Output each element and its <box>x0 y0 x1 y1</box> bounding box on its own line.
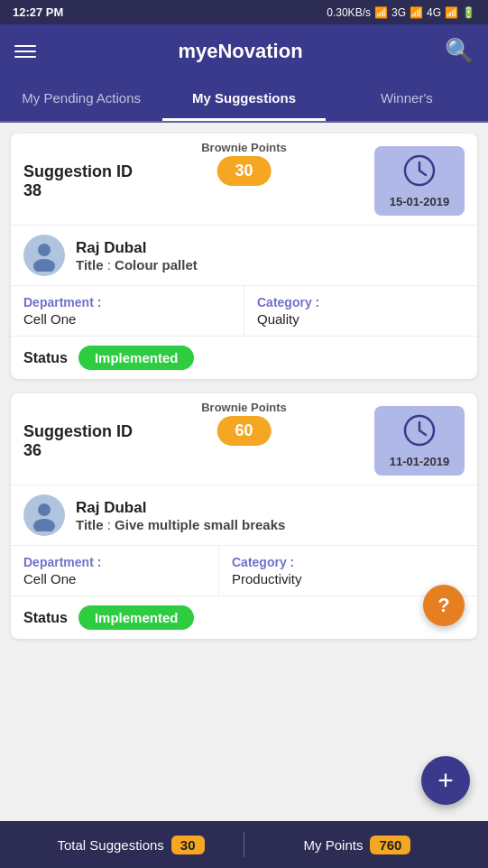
card-2-status-label: Status <box>23 610 68 626</box>
card-1-status-badge: Implemented <box>78 346 195 370</box>
card-1-status-label: Status <box>23 350 68 366</box>
card-2-id-num: 36 <box>23 441 133 460</box>
card-2-dept-cat: Department : Cell One Category : Product… <box>11 545 477 596</box>
add-suggestion-button[interactable]: + <box>421 756 470 805</box>
card-1-dept: Department : Cell One <box>11 286 244 336</box>
card-1-cat-value: Quality <box>257 311 465 327</box>
header: myeNovation 🔍 <box>0 24 488 78</box>
card-1-id-num: 38 <box>23 181 133 200</box>
total-suggestions-count: 30 <box>171 836 205 854</box>
signal-icon: 📶 <box>374 6 388 19</box>
card-2-clock-icon <box>402 413 437 455</box>
card-2-brownie-label: Brownie Points <box>201 401 287 414</box>
card-2-id-label: Suggestion ID <box>23 422 133 441</box>
card-1-username: Raj Dubal <box>76 239 198 257</box>
card-2-header: Suggestion ID 36 Brownie Points 60 11-01… <box>11 393 477 485</box>
svg-point-3 <box>38 244 51 256</box>
card-1-user-title: Title : Colour pallet <box>76 257 198 272</box>
carrier-4g: 4G <box>427 6 441 19</box>
tab-bar: My Pending Actions My Suggestions Winner… <box>0 78 488 123</box>
network-speed: 0.30KB/s <box>327 6 371 19</box>
card-1-id-block: Suggestion ID 38 <box>23 162 133 200</box>
svg-point-8 <box>38 503 51 516</box>
card-1-user-info: Raj Dubal Title : Colour pallet <box>76 239 198 272</box>
svg-point-4 <box>33 259 55 272</box>
card-2-username: Raj Dubal <box>76 499 285 517</box>
card-1-dept-cat: Department : Cell One Category : Quality <box>11 285 477 336</box>
bottom-bar: Total Suggestions 30 My Points 760 <box>0 821 488 868</box>
card-1-dept-value: Cell One <box>23 311 231 327</box>
card-2-cat-value: Productivity <box>232 571 414 586</box>
svg-line-7 <box>419 430 426 435</box>
content-area: Suggestion ID 38 Brownie Points 30 15-01… <box>0 123 488 798</box>
card-1-date: 15-01-2019 <box>390 195 450 208</box>
total-suggestions-label: Total Suggestions <box>57 837 163 853</box>
card-1-brownie-section: Brownie Points 30 <box>201 141 287 186</box>
status-bar: 12:27 PM 0.30KB/s 📶 3G 📶 4G 📶 🔋 <box>0 0 488 24</box>
card-1-id-label: Suggestion ID <box>23 162 133 181</box>
time: 12:27 PM <box>13 5 63 19</box>
my-points-label: My Points <box>304 837 364 853</box>
card-2-cat-label: Category : <box>232 555 414 569</box>
signal-icon-2: 📶 <box>410 6 423 19</box>
battery-icon: 🔋 <box>462 6 475 19</box>
card-2-user-title: Title : Give multiple small breaks <box>76 517 285 532</box>
search-button[interactable]: 🔍 <box>445 37 474 65</box>
total-suggestions-section: Total Suggestions 30 <box>18 836 244 854</box>
card-2-user-info: Raj Dubal Title : Give multiple small br… <box>76 499 285 532</box>
svg-point-9 <box>33 519 55 531</box>
card-2-id-block: Suggestion ID 36 <box>23 422 133 460</box>
card-1-brownie-badge: 30 <box>217 156 272 186</box>
card-1-cat-label: Category : <box>257 295 465 309</box>
card-2-user-row: Raj Dubal Title : Give multiple small br… <box>11 485 477 545</box>
wifi-icon: 📶 <box>445 6 458 19</box>
card-1-status-row: Status Implemented <box>11 336 477 379</box>
card-2-brownie-badge: 60 <box>217 416 272 446</box>
my-points-count: 760 <box>370 836 410 854</box>
card-2-dept: Department : Cell One <box>11 546 219 596</box>
tab-pending-actions[interactable]: My Pending Actions <box>0 78 162 121</box>
card-1-clock-section: 15-01-2019 <box>374 146 465 216</box>
carrier-3g: 3G <box>391 6 406 19</box>
tab-winners[interactable]: Winner's <box>326 78 488 121</box>
app-title: myeNovation <box>178 40 302 63</box>
card-1-user-row: Raj Dubal Title : Colour pallet <box>11 225 477 285</box>
suggestion-card-1: Suggestion ID 38 Brownie Points 30 15-01… <box>11 134 477 379</box>
card-2-dept-label: Department : <box>23 555 206 569</box>
suggestion-card-2: Suggestion ID 36 Brownie Points 60 11-01… <box>11 393 477 639</box>
card-1-cat: Category : Quality <box>244 286 477 336</box>
card-2-clock-section: 11-01-2019 <box>374 406 465 476</box>
tab-my-suggestions[interactable]: My Suggestions <box>162 78 325 121</box>
help-button[interactable]: ? <box>423 585 465 626</box>
card-2-date: 11-01-2019 <box>390 455 450 468</box>
card-1-brownie-label: Brownie Points <box>201 141 287 154</box>
card-1-clock-icon <box>402 153 437 195</box>
svg-line-2 <box>419 171 426 175</box>
card-1-dept-label: Department : <box>23 295 231 309</box>
card-1-header: Suggestion ID 38 Brownie Points 30 15-01… <box>11 134 477 225</box>
menu-button[interactable] <box>14 45 36 58</box>
status-bar-right: 0.30KB/s 📶 3G 📶 4G 📶 🔋 <box>327 6 475 19</box>
card-2-dept-value: Cell One <box>23 571 206 586</box>
card-2-status-row: Status Implemented <box>11 596 477 639</box>
card-2-avatar <box>23 494 65 536</box>
card-1-avatar <box>23 235 65 276</box>
my-points-section: My Points 760 <box>244 836 470 854</box>
card-2-status-badge: Implemented <box>78 605 195 630</box>
card-2-brownie-section: Brownie Points 60 <box>201 401 287 446</box>
